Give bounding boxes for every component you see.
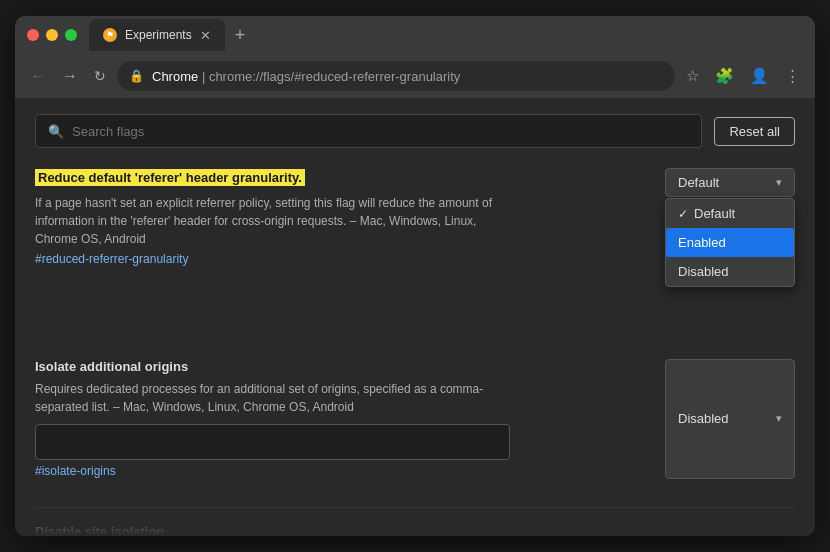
flag1-right: Default ▾ ✓ Default Enabled	[655, 168, 795, 267]
flag1-title: Reduce default 'referer' header granular…	[35, 169, 305, 186]
flag1-option-default-label: Default	[694, 206, 735, 221]
flag-item-reduced-referrer: Reduce default 'referer' header granular…	[35, 168, 795, 275]
flag-item-disable-site-isolation: Disable site isolation Disables site iso…	[35, 507, 795, 537]
flag2-link[interactable]: #isolate-origins	[35, 464, 116, 478]
search-icon: 🔍	[48, 124, 64, 139]
flag2-text-input[interactable]	[35, 424, 510, 460]
tab-area: ⚑ Experiments ✕ +	[89, 19, 251, 51]
flag1-dropdown-container: Default ▾ ✓ Default Enabled	[665, 168, 795, 267]
flag2-title: Isolate additional origins	[35, 359, 655, 374]
check-icon: ✓	[678, 207, 688, 221]
flag1-dropdown-header[interactable]: Default ▾	[666, 169, 794, 196]
window-controls	[27, 29, 77, 41]
flag1-option-default[interactable]: ✓ Default	[666, 199, 794, 228]
bookmark-icon[interactable]: ☆	[681, 63, 704, 89]
browser-window: ⚑ Experiments ✕ + ← → ↻ 🔒 Chrome | chrom…	[15, 16, 815, 536]
tab-label: Experiments	[125, 28, 192, 42]
tab-favicon: ⚑	[103, 28, 117, 42]
lock-icon: 🔒	[129, 69, 144, 83]
close-button[interactable]	[27, 29, 39, 41]
search-row: 🔍 Reset all	[35, 114, 795, 148]
flag1-option-disabled-label: Disabled	[678, 264, 729, 279]
flag-item-isolate-origins: Isolate additional origins Requires dedi…	[35, 359, 795, 487]
search-input[interactable]	[72, 124, 689, 139]
browser-name: Chrome	[152, 69, 198, 84]
flag1-dropdown[interactable]: Default ▾	[665, 168, 795, 197]
flag1-option-enabled-label: Enabled	[678, 235, 726, 250]
flag2-left: Isolate additional origins Requires dedi…	[35, 359, 655, 479]
flag1-option-enabled[interactable]: Enabled	[666, 228, 794, 257]
flag1-row: Reduce default 'referer' header granular…	[35, 168, 795, 267]
back-button[interactable]: ←	[25, 63, 51, 89]
flag2-row: Isolate additional origins Requires dedi…	[35, 359, 795, 479]
menu-icon[interactable]: ⋮	[780, 63, 805, 89]
new-tab-button[interactable]: +	[229, 25, 252, 46]
maximize-button[interactable]	[65, 29, 77, 41]
flag1-desc: If a page hasn't set an explicit referre…	[35, 194, 505, 248]
url-bar[interactable]: 🔒 Chrome | chrome://flags/#reduced-refer…	[117, 61, 675, 91]
url-text: Chrome | chrome://flags/#reduced-referre…	[152, 69, 460, 84]
flag3-row: Disable site isolation Disables site iso…	[35, 524, 795, 537]
flag1-dropdown-value: Default	[678, 175, 719, 190]
page-content: 🔍 Reset all Reduce default 'referer' hea…	[15, 98, 815, 536]
flag2-chevron-icon: ▾	[776, 412, 782, 425]
url-path: chrome://flags/#reduced-referrer-granula…	[209, 69, 460, 84]
refresh-button[interactable]: ↻	[89, 64, 111, 88]
flag3-title: Disable site isolation	[35, 524, 655, 537]
profile-icon[interactable]: 👤	[745, 63, 774, 89]
search-box[interactable]: 🔍	[35, 114, 702, 148]
flag3-right: Default ▾	[655, 524, 795, 537]
addressbar: ← → ↻ 🔒 Chrome | chrome://flags/#reduced…	[15, 54, 815, 98]
flag1-dropdown-menu: ✓ Default Enabled Disabled	[665, 198, 795, 287]
flag2-dropdown[interactable]: Disabled ▾	[665, 359, 795, 479]
flag2-desc: Requires dedicated processes for an addi…	[35, 380, 505, 416]
flag1-left: Reduce default 'referer' header granular…	[35, 168, 655, 267]
flag2-right: Disabled ▾	[655, 359, 795, 479]
flag3-left: Disable site isolation Disables site iso…	[35, 524, 655, 537]
url-separator: |	[202, 69, 209, 84]
extensions-icon[interactable]: 🧩	[710, 63, 739, 89]
flag1-chevron-icon: ▾	[776, 176, 782, 189]
active-tab[interactable]: ⚑ Experiments ✕	[89, 19, 225, 51]
flag2-dropdown-value: Disabled	[678, 411, 729, 426]
tab-close-icon[interactable]: ✕	[200, 28, 211, 43]
minimize-button[interactable]	[46, 29, 58, 41]
flag1-link[interactable]: #reduced-referrer-granularity	[35, 252, 188, 266]
forward-button[interactable]: →	[57, 63, 83, 89]
titlebar: ⚑ Experiments ✕ +	[15, 16, 815, 54]
reset-all-button[interactable]: Reset all	[714, 117, 795, 146]
flag1-option-disabled[interactable]: Disabled	[666, 257, 794, 286]
